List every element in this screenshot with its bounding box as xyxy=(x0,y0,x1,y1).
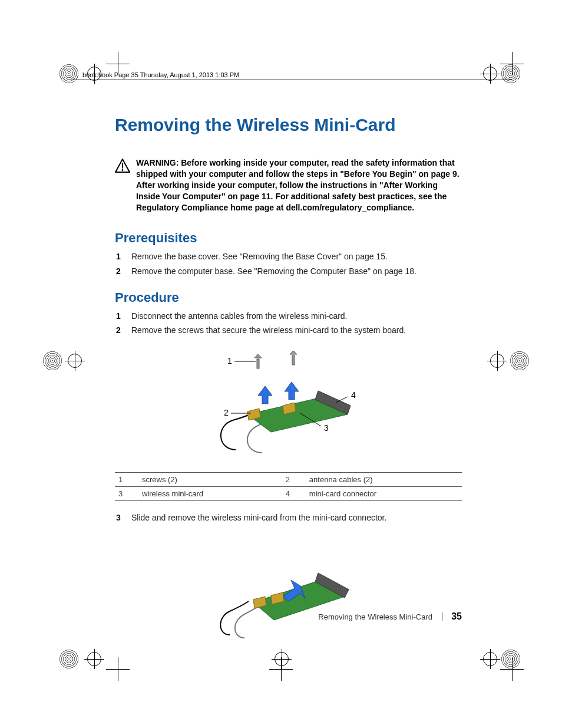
section-heading-prerequisites: Prerequisites xyxy=(115,230,462,246)
crop-mark-icon xyxy=(269,657,293,681)
registration-mark-icon xyxy=(483,67,497,81)
table-row: 1 screws (2) 2 antenna cables (2) xyxy=(115,472,462,486)
prerequisites-steps: Remove the base cover. See "Removing the… xyxy=(115,251,462,277)
warning-body: Before working inside your computer, rea… xyxy=(136,158,459,212)
registration-spiro-icon xyxy=(510,351,530,371)
procedure-steps: Disconnect the antenna cables from the w… xyxy=(115,310,462,337)
svg-marker-10 xyxy=(254,354,262,358)
callout-text: mini-card connector xyxy=(306,486,462,500)
registration-spiro-icon xyxy=(501,64,521,84)
callout-4: 4 xyxy=(351,390,356,400)
callout-num: 3 xyxy=(115,486,138,500)
crop-mark-icon xyxy=(500,52,524,75)
figure-slide-card xyxy=(212,532,365,644)
registration-mark-icon xyxy=(490,354,504,368)
svg-marker-8 xyxy=(285,382,299,400)
step-text: Slide and remove the wireless mini-card … xyxy=(131,513,386,522)
callout-num: 1 xyxy=(115,472,138,486)
registration-mark-icon xyxy=(68,354,82,368)
step-number: 3 xyxy=(116,512,121,523)
callout-text: screws (2) xyxy=(138,472,282,486)
running-head: book.book Page 35 Thursday, August 1, 20… xyxy=(82,71,239,78)
callout-table: 1 screws (2) 2 antenna cables (2) 3 wire… xyxy=(115,472,462,501)
procedure-step-3: 3 Slide and remove the wireless mini-car… xyxy=(115,512,462,523)
footer-chapter: Removing the Wireless Mini-Card xyxy=(318,612,432,621)
warning-block: WARNING: Before working inside your comp… xyxy=(115,157,462,213)
crop-mark-icon xyxy=(500,657,524,681)
svg-marker-7 xyxy=(258,386,272,404)
figure-remove-screws: 1 2 3 4 xyxy=(200,350,377,462)
callout-num: 4 xyxy=(282,486,306,500)
callout-2: 2 xyxy=(224,408,229,417)
warning-label: WARNING: xyxy=(136,158,178,167)
list-item: Remove the computer base. See "Removing … xyxy=(131,265,462,277)
svg-marker-12 xyxy=(290,351,297,354)
table-row: 3 wireless mini-card 4 mini-card connect… xyxy=(115,486,462,500)
list-item: Remove the base cover. See "Removing the… xyxy=(131,251,462,262)
header-rule xyxy=(71,80,512,80)
page-title: Removing the Wireless Mini-Card xyxy=(115,115,462,135)
callout-num: 2 xyxy=(282,472,306,486)
registration-spiro-icon xyxy=(59,64,79,84)
callout-text: wireless mini-card xyxy=(138,486,282,500)
registration-spiro-icon xyxy=(42,351,62,371)
crop-mark-icon xyxy=(106,657,130,681)
callout-1: 1 xyxy=(227,356,232,365)
svg-rect-9 xyxy=(257,359,259,368)
section-heading-procedure: Procedure xyxy=(115,290,462,305)
svg-rect-11 xyxy=(292,355,295,365)
page-footer: Removing the Wireless Mini-Card 35 xyxy=(318,611,462,622)
list-item: Remove the screws that secure the wirele… xyxy=(131,324,462,336)
callout-text: antenna cables (2) xyxy=(306,472,462,486)
footer-page-number: 35 xyxy=(451,611,462,621)
registration-mark-icon xyxy=(483,652,497,666)
footer-separator-icon xyxy=(442,612,442,621)
list-item: Disconnect the antenna cables from the w… xyxy=(131,310,462,322)
warning-text: WARNING: Before working inside your comp… xyxy=(136,157,462,213)
registration-mark-icon xyxy=(87,652,101,666)
callout-3: 3 xyxy=(324,423,329,433)
registration-spiro-icon xyxy=(501,649,521,669)
svg-point-2 xyxy=(122,169,124,171)
warning-triangle-icon xyxy=(115,159,130,175)
registration-spiro-icon xyxy=(59,649,79,669)
